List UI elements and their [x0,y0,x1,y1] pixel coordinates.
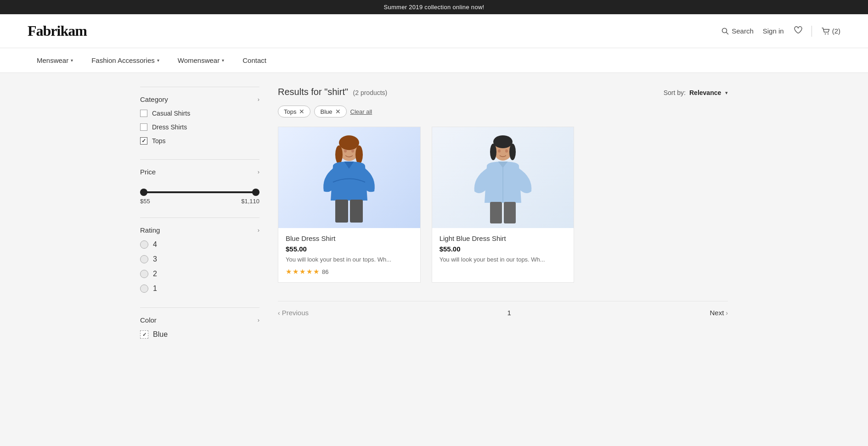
next-button[interactable]: Next › [710,309,728,317]
category-label: Category [140,95,168,103]
product-card-2[interactable]: Light Blue Dress Shirt $55.00 You will l… [432,127,575,283]
nav-label-womenswear: Womenswear [178,56,220,64]
previous-button[interactable]: ‹ Previous [278,309,309,317]
nav-label-fashion-accessories: Fashion Accessories [91,56,155,64]
sort-select[interactable]: Relevance [689,89,721,96]
color-header[interactable]: Color › [140,316,259,324]
rating-header[interactable]: Rating › [140,226,259,234]
clear-all-button[interactable]: Clear all [350,108,372,115]
rating-option-4[interactable]: 4 [140,240,259,249]
price-max: $1,110 [241,198,259,205]
nav-item-contact[interactable]: Contact [233,48,276,72]
rating-3-label: 3 [153,255,157,263]
svg-point-19 [498,150,501,153]
casual-shirts-checkbox[interactable] [140,110,147,117]
star-half: ★ [313,268,319,276]
product-price-2: $55.00 [440,245,567,253]
filter-tags: Tops ✕ Blue ✕ Clear all [278,106,728,117]
svg-point-14 [490,144,496,160]
rating-option-3[interactable]: 3 [140,255,259,263]
chevron-down-icon: ▾ [157,58,159,63]
star-1: ★ [286,268,292,276]
category-option-casual-shirts[interactable]: Casual Shirts [140,110,259,117]
filter-tag-tops[interactable]: Tops ✕ [278,106,310,117]
next-label: Next [710,309,724,317]
navigation: Menswear ▾ Fashion Accessories ▾ Womensw… [0,48,868,73]
price-header[interactable]: Price › [140,168,259,176]
chevron-left-icon: ‹ [278,309,280,317]
top-banner: Summer 2019 collection online now! [0,0,868,14]
product-price-1: $55.00 [286,245,413,253]
rating-section: Rating › 4 3 2 1 [140,217,259,307]
nav-item-menswear[interactable]: Menswear ▾ [28,48,82,72]
price-slider-left-thumb[interactable] [140,189,147,196]
product-desc-1: You will look your best in our tops. Wh.… [286,256,413,264]
product-name-2: Light Blue Dress Shirt [440,234,567,242]
product-grid: Blue Dress Shirt $55.00 You will look yo… [278,127,728,283]
product-info-2: Light Blue Dress Shirt $55.00 You will l… [432,228,574,274]
price-label: Price [140,168,156,176]
svg-point-3 [827,33,828,34]
price-slider-right-thumb[interactable] [252,189,259,196]
svg-line-1 [727,32,728,34]
color-label: Color [140,316,157,324]
dress-shirts-label: Dress Shirts [152,123,187,131]
chevron-right-icon: › [258,96,259,103]
category-option-dress-shirts[interactable]: Dress Shirts [140,123,259,131]
rating-option-1[interactable]: 1 [140,284,259,293]
svg-rect-17 [490,202,502,223]
tops-label: Tops [152,137,166,145]
dress-shirts-checkbox[interactable] [140,123,147,131]
blue-checkbox[interactable] [140,330,148,339]
person-silhouette-blue-shirt [308,132,390,223]
svg-point-11 [351,150,354,153]
search-button[interactable]: Search [721,27,754,35]
chevron-down-icon: ▾ [725,90,728,96]
rating-1-radio[interactable] [140,284,148,293]
stars-container-1: ★ ★ ★ ★ ★ 86 [286,268,413,276]
nav-item-fashion-accessories[interactable]: Fashion Accessories ▾ [82,48,169,72]
remove-blue-filter-icon[interactable]: ✕ [335,108,341,115]
rating-option-2[interactable]: 2 [140,270,259,278]
price-slider-track[interactable] [140,191,259,193]
svg-point-6 [335,145,343,164]
star-4: ★ [306,268,312,276]
results-title-container: Results for "shirt" (2 products) [278,87,387,97]
product-card-1[interactable]: Blue Dress Shirt $55.00 You will look yo… [278,127,421,283]
banner-text: Summer 2019 collection online now! [383,4,484,11]
filter-tag-blue[interactable]: Blue ✕ [314,106,346,117]
tops-checkbox[interactable] [140,137,147,145]
remove-tops-filter-icon[interactable]: ✕ [299,108,304,115]
svg-point-15 [509,144,516,160]
nav-label-contact: Contact [242,56,266,64]
review-count-1: 86 [322,268,328,275]
signin-button[interactable]: Sign in [763,27,784,35]
rating-4-radio[interactable] [140,240,148,249]
page-number: 1 [507,309,511,317]
product-name-1: Blue Dress Shirt [286,234,413,242]
svg-rect-8 [335,200,348,223]
search-icon [721,28,729,35]
wishlist-button[interactable] [793,25,802,37]
product-image-lightblue [432,127,574,228]
header-divider [812,26,812,37]
svg-point-10 [344,150,347,153]
price-range: $55 $1,110 [140,182,259,209]
category-option-tops[interactable]: Tops [140,137,259,145]
color-option-blue[interactable]: Blue [140,330,259,339]
nav-item-womenswear[interactable]: Womenswear ▾ [169,48,233,72]
filter-tag-blue-label: Blue [320,108,332,115]
svg-point-13 [493,135,513,148]
rating-3-radio[interactable] [140,255,148,263]
category-header[interactable]: Category › [140,95,259,103]
chevron-right-icon: › [258,227,259,234]
svg-point-7 [355,145,363,164]
cart-count: (2) [832,27,840,35]
product-image-container-1 [278,127,420,228]
chevron-right-icon: › [258,168,259,175]
rating-2-radio[interactable] [140,270,148,278]
chevron-down-icon: ▾ [222,58,224,63]
cart-button[interactable]: (2) [821,27,840,36]
logo[interactable]: Fabrikam [28,22,87,39]
price-min: $55 [140,198,150,205]
